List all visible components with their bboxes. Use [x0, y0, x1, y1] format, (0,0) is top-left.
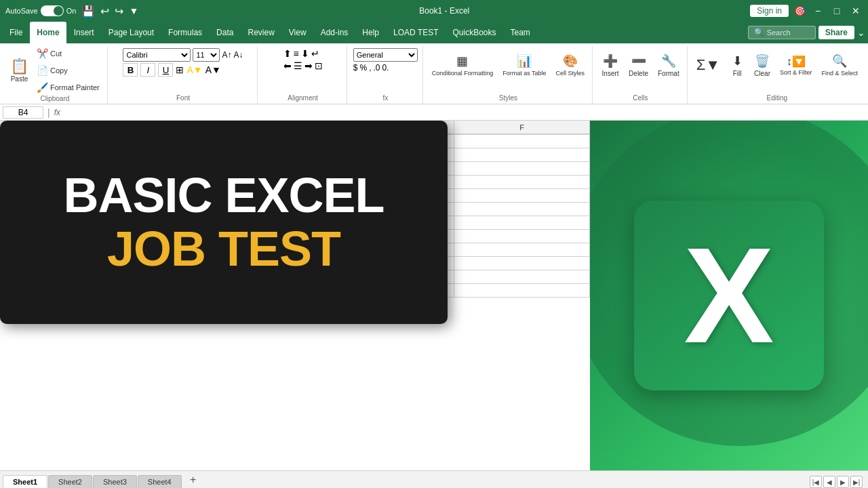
- ribbon-tab-review[interactable]: Review: [241, 22, 281, 43]
- ribbon-tab-team[interactable]: Team: [504, 22, 537, 43]
- ribbon-tab-page-layout[interactable]: Page Layout: [102, 22, 161, 43]
- cells-group: ➕ Insert ➖ Delete 🔧 Format Cells: [594, 46, 688, 104]
- number-format-select[interactable]: General: [353, 48, 418, 62]
- format-cells-button[interactable]: 🔧 Format: [654, 46, 683, 84]
- title-bar: AutoSave On 💾 ↩ ↪ ▼ Book1 - Excel Sign i…: [0, 0, 868, 22]
- format-table-icon: 📊: [517, 54, 532, 68]
- font-group: Calibri 11 A↑ A↓ B I U ⊞ A▼ A▼ Font: [109, 46, 258, 104]
- sheet-nav-last[interactable]: ▶|: [850, 476, 863, 488]
- paste-button[interactable]: 📋 Paste: [7, 52, 32, 89]
- align-right-icon[interactable]: ➡: [304, 60, 313, 71]
- copy-label: Copy: [50, 66, 68, 75]
- ribbon-options-icon[interactable]: ⌄: [857, 27, 865, 38]
- sheet-nav-prev[interactable]: ◀: [823, 476, 835, 488]
- sheet-tab-sheet4[interactable]: Sheet4: [138, 475, 182, 488]
- redo-icon[interactable]: ↪: [115, 5, 123, 18]
- ribbon-tab-insert[interactable]: Insert: [67, 22, 101, 43]
- autosave-toggle[interactable]: [41, 5, 64, 16]
- decrease-decimal-icon[interactable]: 0.: [382, 63, 389, 73]
- cell-12-6[interactable]: [454, 284, 590, 298]
- maximize-button[interactable]: □: [830, 4, 844, 18]
- fill-color-icon[interactable]: A▼: [186, 64, 202, 75]
- commands-bar: 📋 Paste ✂️ Cut 📄 Copy 🖌️ Format Painter …: [0, 43, 868, 104]
- italic-button[interactable]: I: [140, 63, 155, 77]
- wrap-text-icon[interactable]: ↵: [311, 48, 319, 59]
- font-color-icon[interactable]: A▼: [205, 64, 221, 75]
- border-icon[interactable]: ⊞: [176, 64, 184, 75]
- delete-cells-button[interactable]: ➖ Delete: [625, 46, 652, 84]
- ribbon-tab-file[interactable]: File: [3, 22, 29, 43]
- ribbon-tab-load-test[interactable]: LOAD TEST: [387, 22, 445, 43]
- bold-button[interactable]: B: [123, 63, 138, 77]
- sum-button[interactable]: Σ▼: [693, 46, 724, 84]
- cell-3-6[interactable]: [454, 162, 590, 176]
- merge-center-icon[interactable]: ⊡: [315, 60, 323, 71]
- conditional-formatting-button[interactable]: ▦ Conditional Formatting: [429, 46, 497, 84]
- alignment-group: ⬆ ≡ ⬇ ↵ ⬅ ☰ ➡ ⊡ Alignment: [259, 46, 347, 104]
- sheet-nav-next[interactable]: ▶: [837, 476, 849, 488]
- cell-5-6[interactable]: [454, 189, 590, 203]
- copy-button[interactable]: 📄 Copy: [33, 63, 103, 78]
- clear-button[interactable]: 🗑️ Clear: [751, 46, 774, 84]
- align-middle-icon[interactable]: ≡: [294, 48, 299, 59]
- ribbon-tab-add-ins[interactable]: Add-ins: [314, 22, 355, 43]
- formula-bar: B4 | fx: [0, 104, 868, 121]
- currency-icon[interactable]: $: [353, 63, 358, 73]
- comma-icon[interactable]: ,: [369, 63, 371, 73]
- font-name-select[interactable]: Calibri: [123, 48, 191, 62]
- sheet-nav-first[interactable]: |◀: [810, 476, 822, 488]
- cell-10-6[interactable]: [454, 257, 590, 270]
- ribbon-tab-help[interactable]: Help: [355, 22, 386, 43]
- align-center-icon[interactable]: ☰: [294, 60, 302, 71]
- format-painter-button[interactable]: 🖌️ Format Painter: [33, 80, 103, 95]
- sort-filter-button[interactable]: ↕🔽 Sort & Filter: [776, 46, 816, 84]
- cell-styles-button[interactable]: 🎨 Cell Styles: [553, 46, 589, 84]
- col-header-f[interactable]: F: [454, 121, 590, 134]
- cell-4-6[interactable]: [454, 176, 590, 189]
- search-box[interactable]: 🔍 Search: [748, 26, 816, 39]
- cell-9-6[interactable]: [454, 243, 590, 257]
- sheet-tab-sheet3[interactable]: Sheet3: [93, 475, 137, 488]
- cell-8-6[interactable]: [454, 230, 590, 243]
- underline-button[interactable]: U: [158, 63, 173, 77]
- ribbon-tab-view[interactable]: View: [282, 22, 313, 43]
- increase-font-icon[interactable]: A↑: [222, 50, 231, 60]
- insert-cells-button[interactable]: ➕ Insert: [598, 46, 623, 84]
- cell-11-6[interactable]: [454, 270, 590, 284]
- cut-button[interactable]: ✂️ Cut: [33, 46, 103, 61]
- save-icon[interactable]: 💾: [81, 5, 95, 18]
- undo-icon[interactable]: ↩: [100, 5, 109, 18]
- editing-label: Editing: [767, 94, 788, 104]
- find-select-button[interactable]: 🔍 Find & Select: [818, 46, 861, 84]
- ribbon-tab-data[interactable]: Data: [210, 22, 240, 43]
- ribbon-display-icon[interactable]: 🎯: [794, 5, 806, 16]
- ribbon-tab-quickbooks[interactable]: QuickBooks: [446, 22, 502, 43]
- percent-icon[interactable]: %: [359, 63, 367, 73]
- ribbon-tab-home[interactable]: Home: [30, 22, 66, 43]
- ribbon-tab-formulas[interactable]: Formulas: [161, 22, 209, 43]
- font-size-select[interactable]: 11: [193, 48, 220, 62]
- cell-7-6[interactable]: [454, 216, 590, 230]
- fill-button[interactable]: ⬇ Fill: [726, 46, 748, 84]
- align-bottom-icon[interactable]: ⬇: [301, 48, 309, 59]
- sheet-tab-sheet1[interactable]: Sheet1: [3, 475, 47, 488]
- cell-reference-input[interactable]: B4: [3, 106, 43, 119]
- decrease-font-icon[interactable]: A↓: [233, 50, 243, 60]
- format-table-button[interactable]: 📊 Format as Table: [499, 46, 549, 84]
- add-sheet-button[interactable]: +: [185, 472, 201, 487]
- customize-icon[interactable]: ▼: [129, 5, 138, 16]
- sheet-tab-sheet2[interactable]: Sheet2: [48, 475, 92, 488]
- increase-decimal-icon[interactable]: .0: [374, 63, 380, 73]
- formula-input[interactable]: [63, 107, 865, 118]
- align-left-icon[interactable]: ⬅: [283, 60, 292, 71]
- cell-6-6[interactable]: [454, 203, 590, 216]
- close-button[interactable]: ✕: [849, 4, 863, 18]
- cell-2-6[interactable]: [454, 148, 590, 162]
- signin-button[interactable]: Sign in: [750, 5, 789, 17]
- align-top-icon[interactable]: ⬆: [283, 48, 292, 59]
- format-icon: 🔧: [661, 54, 676, 68]
- minimize-button[interactable]: −: [811, 4, 825, 18]
- share-button[interactable]: Share: [818, 26, 854, 39]
- editing-group: Σ▼ ⬇ Fill 🗑️ Clear ↕🔽 Sort & Filter 🔍 Fi…: [689, 46, 865, 104]
- cell-1-6[interactable]: [454, 135, 590, 148]
